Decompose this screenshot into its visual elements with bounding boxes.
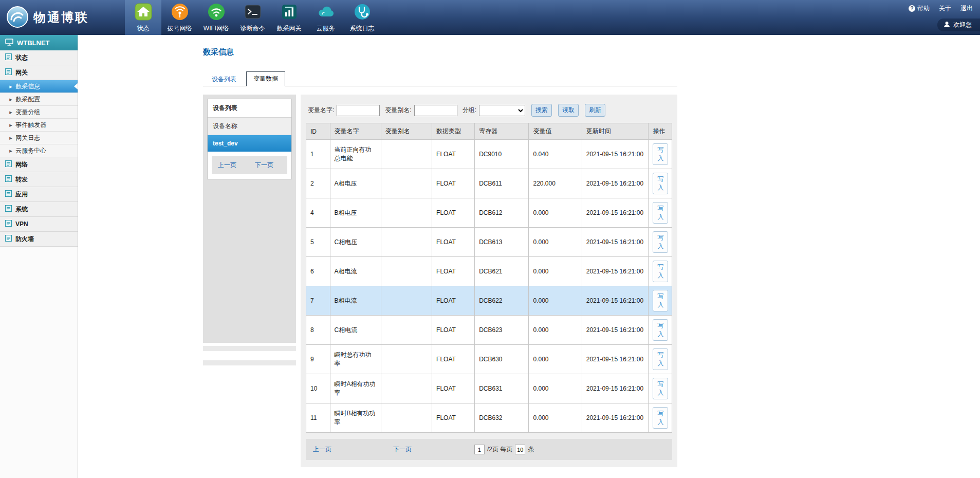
- table-pager: 上一页 下一页 /2页 每页 条: [306, 439, 672, 460]
- top-links: 帮助 关于 退出: [909, 4, 973, 13]
- cell-data-type: FLOAT: [432, 345, 475, 374]
- about-link[interactable]: 关于: [939, 4, 951, 13]
- nav-item-status[interactable]: 状态: [125, 0, 161, 35]
- variable-table: ID 变量名字 变量别名 数据类型 寄存器 变量值 更新时间 操作 1 当前正: [306, 123, 672, 433]
- sidebar-item-event-trigger[interactable]: 事件触发器: [0, 119, 78, 132]
- cell-data-type: FLOAT: [432, 169, 475, 198]
- page-number-input[interactable]: [474, 445, 485, 454]
- refresh-button[interactable]: 刷新: [585, 104, 605, 117]
- table-header-row: ID 变量名字 变量别名 数据类型 寄存器 变量值 更新时间 操作: [306, 123, 672, 140]
- sidebar-item-firewall[interactable]: 防火墙: [0, 232, 78, 247]
- table-row[interactable]: 4 B相电压 FLOAT DCB612 0.000 2021-09-15 16:…: [306, 198, 672, 228]
- cell-actions: 写入: [649, 228, 672, 257]
- sidebar-item-forwarding[interactable]: 转发: [0, 172, 78, 187]
- sidebar-item-gateway-log[interactable]: 网关日志: [0, 132, 78, 144]
- table-row[interactable]: 6 A相电流 FLOAT DCB621 0.000 2021-09-15 16:…: [306, 257, 672, 286]
- monitor-icon: [5, 39, 13, 47]
- sidebar-item-system[interactable]: 系统: [0, 202, 78, 217]
- write-button[interactable]: 写入: [653, 407, 668, 429]
- cell-register: DCB632: [475, 403, 529, 433]
- logout-link[interactable]: 退出: [960, 4, 973, 13]
- tab-variable-data[interactable]: 变量数据: [246, 71, 285, 86]
- write-button[interactable]: 写入: [653, 173, 668, 194]
- prev-page-link[interactable]: 上一页: [313, 445, 331, 454]
- cell-update-time: 2021-09-15 16:21:00: [582, 286, 649, 316]
- sidebar-item-data-collection-config[interactable]: 数采配置: [0, 93, 78, 106]
- write-button[interactable]: 写入: [653, 231, 668, 253]
- read-button[interactable]: 读取: [558, 104, 579, 117]
- list-icon: [5, 190, 12, 198]
- cell-variable-value: 0.000: [529, 286, 582, 316]
- search-button[interactable]: 搜索: [531, 104, 552, 117]
- sidebar-item-cloud-service-center[interactable]: 云服务中心: [0, 144, 78, 157]
- variable-name-label: 变量名字:: [308, 106, 334, 115]
- table-row[interactable]: 11 瞬时B相有功功率 FLOAT DCB632 0.000 2021-09-1…: [306, 403, 672, 433]
- cell-variable-alias: [381, 286, 432, 316]
- write-button[interactable]: 写入: [653, 378, 668, 399]
- cell-actions: 写入: [649, 198, 672, 228]
- help-link[interactable]: 帮助: [909, 4, 930, 13]
- device-prev-page-link[interactable]: 上一页: [218, 161, 236, 170]
- group-select[interactable]: [479, 105, 525, 116]
- write-button[interactable]: 写入: [653, 143, 668, 165]
- cell-variable-value: 220.000: [529, 169, 582, 198]
- variable-name-input[interactable]: [337, 105, 380, 116]
- nav-item-data-gateway[interactable]: 数采网关: [271, 0, 307, 35]
- cell-id: 7: [306, 286, 330, 316]
- sidebar-item-gateway[interactable]: 网关: [0, 65, 78, 80]
- tab-device-list[interactable]: 设备列表: [205, 72, 243, 86]
- cell-variable-alias: [381, 316, 432, 345]
- table-row[interactable]: 7 B相电流 FLOAT DCB622 0.000 2021-09-15 16:…: [306, 286, 672, 316]
- write-button[interactable]: 写入: [653, 261, 668, 282]
- nav-item-wifi-network[interactable]: WIFI网络: [198, 0, 234, 35]
- cell-actions: 写入: [649, 140, 672, 169]
- cell-update-time: 2021-09-15 16:21:00: [582, 169, 649, 198]
- cell-id: 11: [306, 403, 330, 433]
- top-nav: 状态 拨号网络: [125, 0, 380, 35]
- cell-data-type: FLOAT: [432, 140, 475, 169]
- write-button[interactable]: 写入: [653, 290, 668, 311]
- nav-item-diagnostic-command[interactable]: 诊断命令: [234, 0, 271, 35]
- syslog-icon: [353, 3, 372, 23]
- cell-variable-name: C相电压: [330, 228, 381, 257]
- table-row[interactable]: 8 C相电流 FLOAT DCB623 0.000 2021-09-15 16:…: [306, 316, 672, 345]
- device-next-page-link[interactable]: 下一页: [255, 161, 273, 170]
- collapsed-panel-bar: [203, 346, 296, 351]
- cell-variable-value: 0.040: [529, 140, 582, 169]
- gateway-icon: [280, 3, 299, 23]
- table-row[interactable]: 9 瞬时总有功功率 FLOAT DCB630 0.000 2021-09-15 …: [306, 345, 672, 374]
- sidebar-item-status[interactable]: 状态: [0, 50, 78, 65]
- sidebar-item-variable-group[interactable]: 变量分组: [0, 106, 78, 119]
- write-button[interactable]: 写入: [653, 202, 668, 224]
- table-row[interactable]: 2 A相电压 FLOAT DCB611 220.000 2021-09-15 1…: [306, 169, 672, 198]
- table-row[interactable]: 5 C相电压 FLOAT DCB613 0.000 2021-09-15 16:…: [306, 228, 672, 257]
- table-row[interactable]: 10 瞬时A相有功功率 FLOAT DCB631 0.000 2021-09-1…: [306, 374, 672, 403]
- nav-item-system-log[interactable]: 系统日志: [344, 0, 380, 35]
- next-page-link[interactable]: 下一页: [393, 445, 412, 454]
- sidebar-item-application[interactable]: 应用: [0, 187, 78, 202]
- page-count-label: /2页 每页: [487, 445, 512, 454]
- sidebar-item-network[interactable]: 网络: [0, 157, 78, 172]
- cell-id: 5: [306, 228, 330, 257]
- device-row-test-dev[interactable]: test_dev: [208, 135, 291, 152]
- variable-alias-input[interactable]: [414, 105, 457, 116]
- brand: 物通博联: [0, 0, 125, 35]
- write-button[interactable]: 写入: [653, 348, 668, 370]
- sidebar-header: WTBLNET: [0, 35, 78, 50]
- write-button[interactable]: 写入: [653, 319, 668, 341]
- sidebar-item-data-collection-info[interactable]: 数采信息: [0, 80, 78, 93]
- page-size-input[interactable]: [515, 445, 525, 454]
- brand-logo-icon: [6, 6, 29, 30]
- nav-item-cloud-service[interactable]: 云服务: [307, 0, 344, 35]
- welcome-badge: 欢迎您: [937, 19, 980, 31]
- cell-actions: 写入: [649, 316, 672, 345]
- nav-label: 数采网关: [277, 24, 302, 33]
- nav-item-dial-network[interactable]: 拨号网络: [161, 0, 198, 35]
- col-update-time: 更新时间: [582, 123, 649, 140]
- list-icon: [5, 160, 12, 169]
- table-row[interactable]: 1 当前正向有功总电能 FLOAT DC9010 0.040 2021-09-1…: [306, 140, 672, 169]
- cell-data-type: FLOAT: [432, 316, 475, 345]
- terminal-icon: [244, 3, 262, 23]
- cell-data-type: FLOAT: [432, 257, 475, 286]
- sidebar-item-vpn[interactable]: VPN: [0, 217, 78, 232]
